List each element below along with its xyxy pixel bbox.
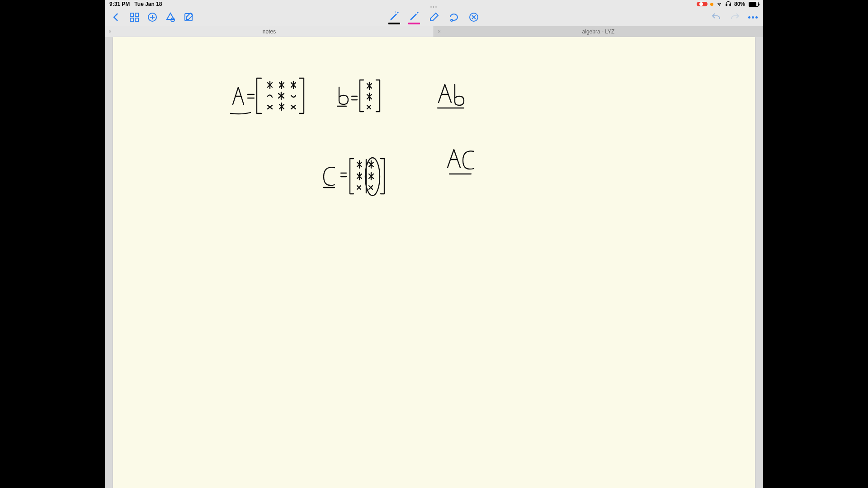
svg-rect-5 [135,18,138,21]
pen-tool-2[interactable] [408,10,420,24]
tab-bar: × notes × algebra - LYZ [105,26,763,37]
mic-in-use-icon [710,3,713,6]
close-tab-icon[interactable]: × [108,28,112,35]
tab-algebra[interactable]: × algebra - LYZ [434,26,763,37]
tab-label: notes [263,28,276,35]
svg-rect-2 [130,13,133,16]
compose-button[interactable] [183,11,194,23]
canvas-container [105,37,763,488]
headphones-icon [725,0,731,8]
status-bar: 9:31 PM Tue Jan 18 ••• 80% [105,0,763,8]
toolbar [105,8,763,26]
status-date: Tue Jan 18 [134,1,162,7]
tab-label: algebra - LYZ [582,28,615,35]
hw-A-equals [231,78,304,114]
app-window: 9:31 PM Tue Jan 18 ••• 80% [105,0,763,488]
redo-button[interactable] [729,11,741,23]
lasso-tool[interactable] [448,11,460,23]
svg-rect-3 [135,13,138,16]
grid-view-button[interactable] [128,11,140,23]
record-dot-icon [699,2,703,6]
hw-C-equals [324,158,384,196]
battery-percent: 80% [734,1,745,7]
pen-tool-1[interactable] [388,10,400,24]
add-page-button[interactable] [146,11,158,23]
svg-point-12 [451,19,453,21]
svg-rect-1 [730,4,731,6]
hw-Ab [438,84,464,108]
battery-icon [749,2,759,7]
back-button[interactable] [110,11,122,23]
handwriting-layer [113,37,755,488]
close-tool[interactable] [468,11,480,23]
screen-record-indicator[interactable] [697,2,708,6]
svg-rect-0 [726,4,727,6]
undo-button[interactable] [710,11,722,23]
status-time: 9:31 PM [109,1,130,7]
wifi-icon [716,0,722,8]
eraser-tool[interactable] [428,11,440,23]
more-menu-button[interactable] [748,16,758,19]
drawing-canvas[interactable] [113,37,755,488]
svg-rect-4 [130,18,133,21]
hw-b-equals [337,80,380,112]
close-tab-icon[interactable]: × [438,28,441,35]
shapes-button[interactable] [165,11,176,23]
hw-AC [448,150,474,174]
tab-notes[interactable]: × notes [105,26,434,37]
